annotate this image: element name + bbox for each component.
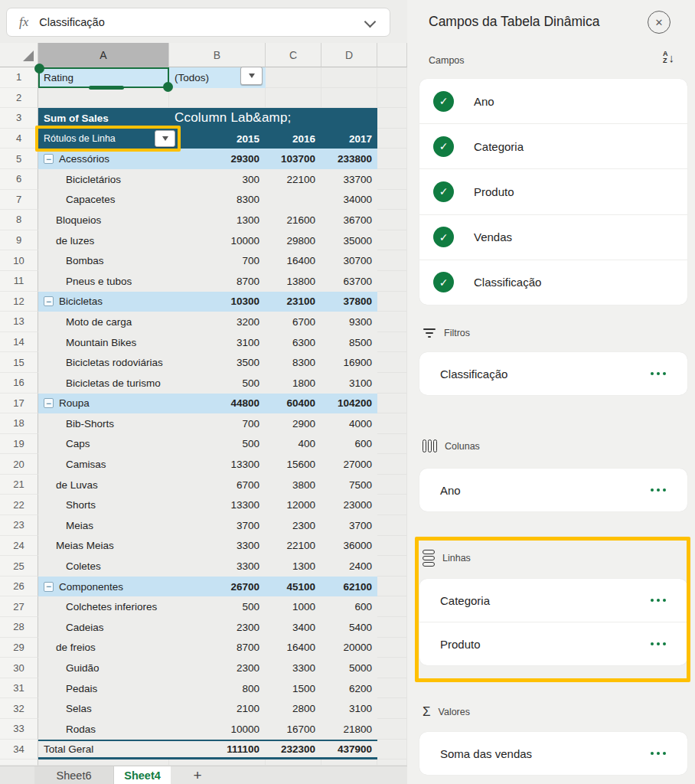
cell[interactable]: 400	[266, 434, 321, 455]
row-header[interactable]: 26	[0, 577, 38, 597]
row-header[interactable]: 1	[0, 67, 38, 88]
row-header[interactable]: 6	[0, 169, 38, 190]
row-header[interactable]: 24	[0, 536, 38, 557]
cell[interactable]: 1000	[266, 596, 321, 617]
cell[interactable]: 45100	[266, 577, 321, 597]
cell[interactable]: 16700	[266, 719, 321, 740]
cell[interactable]	[377, 149, 407, 169]
cell[interactable]: 3400	[266, 617, 321, 638]
item-label-cell[interactable]: Cadeias	[38, 617, 169, 638]
item-label-cell[interactable]: Bloqueios	[38, 210, 169, 230]
row-header[interactable]: 19	[0, 434, 38, 455]
cell[interactable]: 437900	[321, 740, 377, 760]
item-label-cell[interactable]: de Luvas	[38, 475, 169, 495]
item-label-cell[interactable]: de luzes	[38, 230, 169, 251]
group-label-cell[interactable]: −Componentes	[38, 577, 169, 597]
column-header-c[interactable]: C	[266, 43, 321, 67]
cell[interactable]: 36000	[321, 536, 377, 557]
row-header[interactable]: 30	[0, 658, 38, 678]
cell[interactable]	[377, 88, 407, 109]
cell[interactable]	[377, 292, 407, 312]
cell[interactable]: 21600	[266, 210, 321, 230]
item-label-cell[interactable]: Camisas	[38, 454, 169, 475]
cell[interactable]: 8500	[321, 332, 377, 353]
row-header[interactable]: 18	[0, 413, 38, 434]
item-label-cell[interactable]: Mountain Bikes	[38, 332, 169, 353]
cell[interactable]: 1500	[266, 678, 321, 699]
cell[interactable]	[266, 190, 321, 211]
cell[interactable]: 6300	[266, 332, 321, 353]
item-label-cell[interactable]: Moto de carga	[38, 312, 169, 332]
item-label-cell[interactable]: Colchetes inferiores	[38, 596, 169, 617]
cell[interactable]: 6700	[266, 312, 321, 332]
row-header[interactable]: 12	[0, 292, 38, 312]
field-list-item[interactable]: ✓Ano	[419, 79, 687, 124]
cell[interactable]: 3700	[169, 515, 266, 536]
collapse-minus-icon[interactable]: −	[44, 296, 54, 306]
cell[interactable]	[377, 67, 407, 88]
item-label-cell[interactable]: Meias	[38, 515, 169, 536]
year-header-cell[interactable]: 2016	[266, 129, 321, 149]
cell[interactable]: 10000	[169, 719, 266, 740]
cell[interactable]: 3300	[169, 556, 266, 577]
row-header[interactable]: 34	[0, 740, 38, 760]
cell[interactable]	[377, 352, 407, 373]
cell[interactable]: 8300	[169, 190, 266, 211]
sheet-tab-sheet4-active[interactable]: Sheet4	[114, 766, 171, 784]
cell[interactable]: 22100	[266, 169, 321, 190]
cell[interactable]: 20000	[321, 638, 377, 658]
cell[interactable]	[377, 230, 407, 251]
grand-total-label-cell[interactable]: Total Geral	[38, 740, 169, 760]
cell[interactable]: 3100	[321, 698, 377, 719]
collapse-minus-icon[interactable]: −	[44, 398, 54, 408]
cell[interactable]: 104200	[321, 394, 377, 414]
formula-bar[interactable]: fx Classificação	[6, 8, 390, 37]
row-header[interactable]: 9	[0, 230, 38, 251]
report-filter-dropdown-button[interactable]	[240, 67, 263, 85]
cell[interactable]: 26700	[169, 577, 266, 597]
ellipsis-menu-button[interactable]	[651, 752, 667, 756]
item-label-cell[interactable]: Rodas	[38, 719, 169, 740]
cell[interactable]	[377, 596, 407, 617]
cell[interactable]: 8300	[266, 352, 321, 373]
cell[interactable]	[377, 169, 407, 190]
cell[interactable]	[377, 312, 407, 332]
column-header-d[interactable]: D	[321, 43, 377, 67]
cell[interactable]: 2300	[266, 515, 321, 536]
item-label-cell[interactable]: Bicicletas rodoviárias	[38, 352, 169, 373]
group-label-cell[interactable]: −Bicicletas	[38, 292, 169, 312]
row-header[interactable]: 13	[0, 312, 38, 332]
cell[interactable]: 13800	[266, 271, 321, 292]
field-list-item[interactable]: ✓Vendas	[419, 215, 687, 260]
cell[interactable]	[377, 638, 407, 658]
cell[interactable]: 7500	[321, 475, 377, 495]
cell[interactable]	[377, 413, 407, 434]
collapse-minus-icon[interactable]: −	[44, 154, 54, 164]
cell[interactable]	[377, 190, 407, 211]
cell[interactable]: 8700	[169, 271, 266, 292]
cell[interactable]: 500	[169, 373, 266, 394]
selection-handle-bottom-right[interactable]	[163, 82, 173, 92]
checked-icon[interactable]: ✓	[433, 272, 454, 292]
checked-icon[interactable]: ✓	[433, 91, 454, 112]
field-list-item[interactable]: ✓Classificação	[419, 260, 687, 305]
cell[interactable]: 1300	[169, 210, 266, 230]
cell[interactable]: 6200	[321, 678, 377, 699]
fill-handle-bar[interactable]	[89, 86, 124, 90]
ellipsis-menu-button[interactable]	[651, 488, 667, 492]
selection-handle-top-left[interactable]	[34, 64, 44, 74]
cell[interactable]: 6700	[169, 475, 266, 495]
add-sheet-button[interactable]: +	[171, 766, 224, 784]
cell[interactable]: 111100	[169, 740, 266, 760]
cell[interactable]: 2300	[169, 658, 266, 678]
cell[interactable]: 13300	[169, 454, 266, 475]
item-label-cell[interactable]: Capacetes	[38, 190, 169, 211]
cell[interactable]: 30700	[321, 250, 377, 271]
cell[interactable]: 800	[169, 678, 266, 699]
zone-field-item[interactable]: Classificação	[419, 352, 687, 395]
row-header[interactable]: 29	[0, 638, 38, 658]
cell[interactable]: 36700	[321, 210, 377, 230]
cell[interactable]	[377, 617, 407, 638]
cell[interactable]: 3300	[169, 536, 266, 557]
column-header-b[interactable]: B	[169, 43, 266, 67]
